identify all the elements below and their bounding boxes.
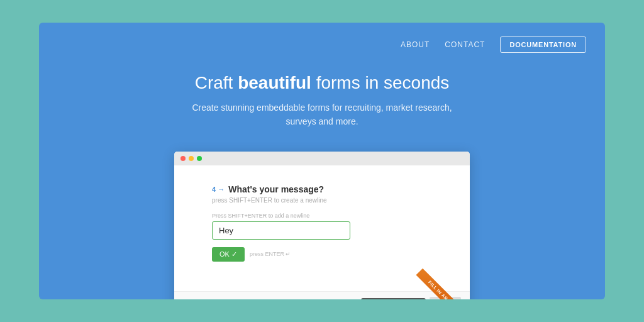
form-buttons: OK ✓ press ENTER ↵ (212, 247, 432, 262)
question-hint: press SHIFT+ENTER to create a newline (212, 197, 432, 204)
create-typeform-button[interactable]: Create this Typeform (361, 298, 426, 299)
question-text: What's your message? (228, 184, 324, 194)
question-num: 4 → (212, 186, 225, 193)
nav-contact[interactable]: CONTACT (445, 40, 485, 49)
hero-subtitle: Create stunning embeddable forms for rec… (190, 101, 454, 129)
browser-bar (174, 152, 470, 165)
form-footer: 3 out of 4 answered Create this Typeform… (174, 291, 470, 299)
message-input[interactable] (212, 221, 350, 240)
browser-dot-green (197, 156, 202, 161)
hero-title: Craft beautiful forms in seconds (52, 73, 592, 93)
button-hint: press ENTER ↵ (250, 251, 291, 257)
input-label: Press SHIFT+ENTER to add a newline (212, 213, 432, 219)
main-card: ABOUT CONTACT DOCUMENTATION Craft beauti… (39, 23, 605, 299)
form-preview: 4 → What's your message? press SHIFT+ENT… (174, 152, 470, 299)
navbar: ABOUT CONTACT DOCUMENTATION (39, 23, 605, 67)
hero-section: Craft beautiful forms in seconds Create … (39, 67, 605, 142)
ok-button[interactable]: OK ✓ (212, 247, 245, 262)
nav-documentation-button[interactable]: DOCUMENTATION (500, 36, 586, 53)
question-label: 4 → What's your message? (212, 184, 432, 194)
browser-dot-red (180, 156, 186, 161)
nav-about[interactable]: ABOUT (401, 40, 430, 49)
hero-title-bold: beautiful (238, 73, 311, 92)
browser-dot-yellow (189, 156, 194, 161)
